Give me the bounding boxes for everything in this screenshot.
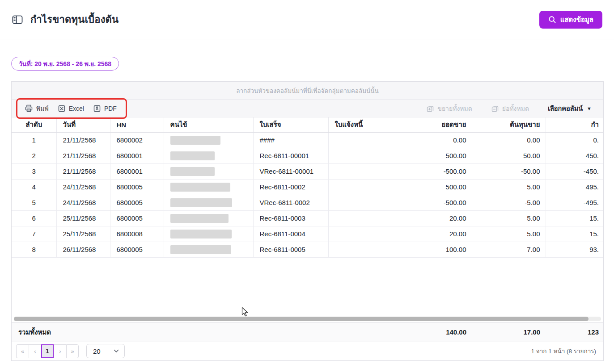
redacted-patient-name	[170, 198, 232, 207]
cell-receipt: Rec-6811-0004	[253, 226, 328, 242]
page-title: กำไรขาดทุนเบื้องต้น	[30, 12, 119, 27]
collapse-all-button[interactable]: ย่อทั้งหมด	[487, 102, 533, 115]
page-1-button[interactable]: 1	[41, 344, 54, 358]
cell-receipt: Rec-6811-00001	[253, 148, 328, 163]
column-header-cost[interactable]: ต้นทุนขาย	[472, 117, 546, 132]
horizontal-scrollbar-thumb[interactable]	[14, 317, 589, 321]
expand-all-button[interactable]: ขยายทั้งหมด	[423, 102, 475, 115]
cell-hn: 6800005	[110, 210, 164, 226]
page-size-select[interactable]: 20	[86, 344, 125, 358]
column-header-hn[interactable]: HN	[110, 117, 164, 132]
column-header-date[interactable]: วันที่	[56, 117, 110, 132]
totals-sales: 140.00	[400, 323, 472, 342]
last-page-button[interactable]: »	[66, 344, 79, 358]
table-row: 321/11/25686800001VRec-6811-00001-500.00…	[12, 163, 603, 179]
cell-hn: 6800002	[110, 132, 164, 148]
redacted-patient-name	[170, 151, 215, 160]
totals-row: รวมทั้งหมด 140.00 17.00 123	[12, 322, 603, 342]
expand-all-label: ขยายทั้งหมด	[437, 104, 472, 113]
cell-no: 6	[12, 210, 56, 226]
prev-page-button[interactable]: ‹	[29, 344, 41, 358]
pager-info: 1 จาก 1 หน้า (8 รายการ)	[531, 346, 596, 356]
cell-profit: -450.	[546, 163, 603, 179]
report-table: ลำดับ วันที่ HN คนไข้ ใบเสร็จ ใบแจ้งหนี้…	[12, 117, 603, 258]
column-header-receipt[interactable]: ใบเสร็จ	[253, 117, 328, 132]
cell-no: 2	[12, 148, 56, 163]
date-range-label: วันที่: 20 พ.ย. 2568 - 26 พ.ย. 2568	[19, 59, 111, 69]
cell-date: 24/11/2568	[56, 179, 110, 195]
first-page-button[interactable]: «	[16, 344, 29, 358]
cell-date: 21/11/2568	[56, 132, 110, 148]
column-header-sales[interactable]: ยอดขาย	[400, 117, 472, 132]
cell-no: 7	[12, 226, 56, 242]
show-data-button[interactable]: แสดงข้อมูล	[539, 11, 602, 29]
excel-file-icon	[58, 105, 66, 113]
export-excel-button[interactable]: Excel	[54, 103, 88, 114]
cell-invoice	[328, 163, 400, 179]
redacted-patient-name	[170, 230, 232, 238]
group-by-drop-zone[interactable]: ลากส่วนหัวของคอลัมน์มาที่นี่เพื่อจัดกลุ่…	[12, 82, 603, 100]
empty-area	[12, 258, 603, 317]
cell-sales: 20.00	[400, 210, 472, 226]
cell-receipt: VRec-6811-00001	[253, 163, 328, 179]
cell-date: 26/11/2568	[56, 242, 110, 257]
table-row: 524/11/25686800005VRec-6811-0002-500.00-…	[12, 195, 603, 210]
table-row: 725/11/25686800008Rec-6811-000420.005.00…	[12, 226, 603, 242]
cell-no: 8	[12, 242, 56, 257]
column-header-no[interactable]: ลำดับ	[12, 117, 56, 132]
cell-profit: -495.	[546, 195, 603, 210]
top-bar: กำไรขาดทุนเบื้องต้น แสดงข้อมูล	[0, 0, 614, 39]
redacted-patient-name	[170, 245, 231, 254]
cell-hn: 6800005	[110, 195, 164, 210]
choose-columns-button[interactable]: เลือกคอลัมน์ ▼	[544, 101, 595, 115]
export-pdf-button[interactable]: PDF	[89, 103, 120, 114]
cell-patient	[164, 210, 253, 226]
choose-columns-label: เลือกคอลัมน์	[548, 103, 583, 113]
table-row: 826/11/25686800005Rec-6811-0005100.007.0…	[12, 242, 603, 257]
cell-profit: 15.	[546, 226, 603, 242]
pager: « ‹ 1 › » 20 1 จาก 1 หน้า (8 รายการ)	[12, 342, 603, 360]
column-header-profit[interactable]: กำ	[546, 117, 603, 132]
totals-label: รวมทั้งหมด	[12, 323, 400, 342]
cell-sales: -500.00	[400, 163, 472, 179]
cell-cost: -50.00	[472, 163, 546, 179]
cell-patient	[164, 132, 253, 148]
cell-receipt: Rec-6811-0003	[253, 210, 328, 226]
pdf-file-icon	[93, 105, 101, 113]
cell-no: 1	[12, 132, 56, 148]
cell-patient	[164, 195, 253, 210]
totals-profit: 123	[546, 323, 604, 342]
horizontal-scrollbar	[14, 317, 601, 321]
redacted-patient-name	[170, 167, 215, 176]
table-row: 424/11/25686800005Rec-6811-0002500.005.0…	[12, 179, 603, 195]
column-header-invoice[interactable]: ใบแจ้งหนี้	[328, 117, 400, 132]
cell-patient	[164, 179, 253, 195]
collapse-all-icon	[491, 105, 499, 113]
cell-profit: 0.	[546, 132, 603, 148]
collapse-all-label: ย่อทั้งหมด	[502, 104, 529, 113]
chevron-down-icon	[114, 349, 119, 353]
cell-hn: 6800008	[110, 226, 164, 242]
cell-invoice	[328, 242, 400, 257]
table-row: 625/11/25686800005Rec-6811-000320.005.00…	[12, 210, 603, 226]
cell-profit: 93.	[546, 242, 603, 257]
printer-icon	[25, 104, 33, 113]
cell-receipt: Rec-6811-0002	[253, 179, 328, 195]
date-range-filter[interactable]: วันที่: 20 พ.ย. 2568 - 26 พ.ย. 2568	[11, 57, 119, 71]
cell-patient	[164, 242, 253, 257]
cell-patient	[164, 163, 253, 179]
print-button[interactable]: พิมพ์	[21, 102, 52, 115]
cell-no: 4	[12, 179, 56, 195]
sidebar-toggle-icon[interactable]	[12, 14, 23, 25]
cell-sales: 0.00	[400, 132, 472, 148]
cell-cost: 5.00	[472, 210, 546, 226]
column-header-patient[interactable]: คนไข้	[164, 117, 253, 132]
excel-label: Excel	[69, 105, 84, 112]
cell-invoice	[328, 132, 400, 148]
next-page-button[interactable]: ›	[54, 344, 66, 358]
cell-receipt: VRec-6811-0002	[253, 195, 328, 210]
redacted-patient-name	[170, 214, 229, 223]
cell-cost: 0.00	[472, 132, 546, 148]
cell-profit: 15.	[546, 210, 603, 226]
cell-sales: -500.00	[400, 195, 472, 210]
